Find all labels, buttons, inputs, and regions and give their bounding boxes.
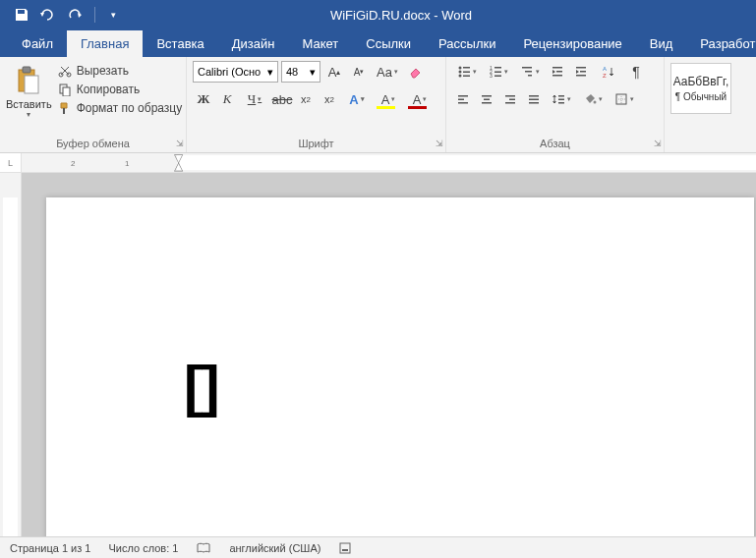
redo-button[interactable] [65,3,88,27]
align-center-button[interactable] [476,88,497,110]
ruler-horizontal[interactable]: 2 1 1 2 3 4 5 6 7 8 9 10 11 ▽△ [22,153,756,172]
document-page[interactable]: [] [46,197,754,536]
save-button[interactable] [10,3,33,27]
svg-rect-30 [458,95,468,97]
align-center-icon [480,92,494,106]
svg-rect-2 [25,76,38,93]
bullets-icon [457,65,471,79]
sort-button[interactable]: AZ [594,61,623,83]
tab-developer[interactable]: Разработчик [686,30,756,57]
justify-button[interactable] [523,88,545,110]
superscript-button[interactable]: x2 [319,88,340,110]
line-spacing-button[interactable]: ▾ [547,88,576,110]
svg-rect-38 [505,102,515,104]
qat-customize-button[interactable]: ▾ [101,3,125,27]
svg-rect-31 [458,99,464,101]
cut-button[interactable]: Вырезать [56,63,185,79]
svg-rect-43 [558,99,564,101]
tab-layout[interactable]: Макет [288,30,352,57]
bold-button[interactable]: Ж [193,88,214,110]
status-macro[interactable] [338,541,354,555]
tab-mailings[interactable]: Рассылки [425,30,509,57]
status-word-count[interactable]: Число слов: 1 [108,542,178,554]
indent-marker[interactable]: ▽△ [174,154,183,170]
svg-point-45 [594,101,597,104]
tab-view[interactable]: Вид [636,30,687,57]
svg-rect-12 [463,76,470,78]
font-name-selector[interactable]: Calibri (Осно ▾ [193,61,278,83]
ruler-vertical[interactable]: 21123 [0,173,22,536]
borders-icon [614,92,628,106]
svg-point-7 [459,67,462,70]
font-color-button[interactable]: A▾ [405,88,435,110]
page-scroll-area[interactable]: [] [22,173,756,536]
align-right-button[interactable] [499,88,521,110]
shrink-font-button[interactable]: A▾ [348,61,370,83]
group-paragraph: ▾ 123▾ ▾ AZ ¶ ▾ ▾ ▾ А [446,57,665,152]
eraser-icon [408,64,424,80]
svg-rect-20 [525,71,532,73]
svg-rect-33 [482,95,492,97]
increase-indent-button[interactable] [570,61,592,83]
tab-selector[interactable]: L [0,153,22,172]
svg-rect-21 [528,75,532,77]
svg-rect-14 [494,67,501,69]
svg-rect-16 [494,72,501,74]
text-effects-button[interactable]: A▾ [342,88,372,110]
group-font-label: Шрифт [193,136,439,152]
status-language[interactable]: английский (США) [229,542,320,554]
numbering-button[interactable]: 123▾ [484,61,513,83]
grow-font-button[interactable]: A▴ [323,61,345,83]
tab-file[interactable]: Файл [8,30,67,57]
clipboard-dialog-launcher[interactable]: ⇲ [176,139,184,148]
undo-button[interactable] [37,3,61,27]
svg-rect-24 [552,75,562,77]
strikethrough-button[interactable]: abc [271,88,293,110]
svg-rect-8 [463,67,470,69]
svg-rect-34 [484,99,490,101]
font-size-selector[interactable]: 48 ▾ [281,61,320,83]
group-paragraph-label: Абзац [452,136,658,152]
svg-rect-35 [482,102,492,104]
brush-icon [58,101,72,115]
decrease-indent-button[interactable] [547,61,568,83]
book-icon [196,541,211,555]
show-marks-button[interactable]: ¶ [625,61,647,83]
svg-rect-27 [576,75,586,77]
ribbon: Вставить ▾ Вырезать Копировать Формат по… [0,57,756,153]
tab-review[interactable]: Рецензирование [509,30,635,57]
format-painter-button[interactable]: Формат по образцу [56,100,185,116]
align-right-icon [503,92,517,106]
ruler-horizontal-area: L 2 1 1 2 3 4 5 6 7 8 9 10 11 ▽△ [0,153,756,173]
tab-references[interactable]: Ссылки [352,30,425,57]
svg-rect-19 [522,67,532,69]
style-sample: АаБбВвГг, [673,75,729,88]
tab-design[interactable]: Дизайн [218,30,289,57]
align-left-button[interactable] [452,88,474,110]
font-dialog-launcher[interactable]: ⇲ [436,139,443,148]
copy-button[interactable]: Копировать [56,82,185,97]
svg-rect-67 [340,543,350,553]
justify-icon [527,92,541,106]
shading-button[interactable]: ▾ [578,88,608,110]
paragraph-dialog-launcher[interactable]: ⇲ [654,139,662,148]
svg-text:2: 2 [71,159,76,168]
change-case-button[interactable]: Aa▾ [373,61,402,83]
line-spacing-icon [552,92,565,106]
style-normal[interactable]: АаБбВвГг, ¶ Обычный [670,63,731,114]
highlight-button[interactable]: A▾ [374,88,403,110]
italic-button[interactable]: К [216,88,238,110]
paste-icon [13,65,44,96]
tab-insert[interactable]: Вставка [143,30,217,57]
subscript-button[interactable]: x2 [295,88,317,110]
multilevel-list-button[interactable]: ▾ [515,61,545,83]
borders-button[interactable]: ▾ [610,88,639,110]
underline-button[interactable]: Ч▾ [240,88,269,110]
status-proofing[interactable] [196,541,211,555]
tab-home[interactable]: Главная [67,30,143,57]
clear-formatting-button[interactable] [405,61,427,83]
status-page[interactable]: Страница 1 из 1 [10,542,90,554]
bullets-button[interactable]: ▾ [452,61,482,83]
svg-rect-41 [529,102,539,104]
paste-button[interactable]: Вставить ▾ [6,61,52,119]
